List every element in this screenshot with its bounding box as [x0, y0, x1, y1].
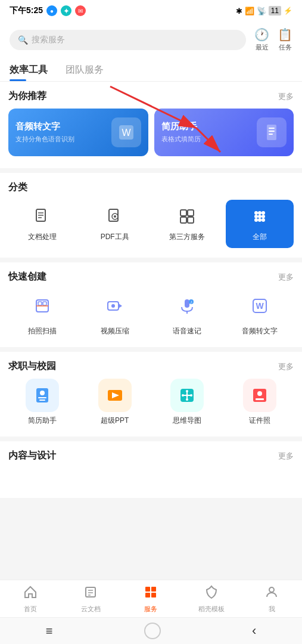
category-third[interactable]: 第三方服务: [154, 200, 222, 248]
rec-card-audio[interactable]: 音频转文字 支持分角色语音识别 W: [8, 109, 148, 156]
search-right-icons: 🕐 最近 📋 任务: [254, 27, 292, 52]
nav-service[interactable]: 服务: [133, 585, 169, 614]
svg-rect-33: [185, 299, 189, 308]
job-ppt[interactable]: 超级PPT: [81, 379, 149, 426]
template-icon: [204, 585, 219, 603]
recommended-more[interactable]: 更多: [278, 91, 294, 102]
svg-text:W: W: [122, 128, 131, 138]
search-input-wrap[interactable]: 🔍 搜索服务: [10, 30, 246, 50]
category-title: 分类: [8, 181, 27, 194]
svg-rect-65: [145, 593, 150, 597]
home-button[interactable]: [144, 623, 161, 639]
svg-rect-15: [180, 217, 186, 223]
svg-point-12: [114, 215, 116, 218]
cat-third-label: 第三方服务: [169, 232, 205, 242]
svg-point-49: [186, 398, 188, 401]
task-button[interactable]: 📋 任务: [278, 27, 292, 52]
svg-point-21: [258, 215, 261, 218]
svg-point-54: [257, 391, 262, 396]
battery-icon: 11: [269, 6, 281, 16]
quick-create-section: 快速创建 更多 拍照扫描: [0, 262, 302, 347]
svg-point-25: [258, 218, 261, 222]
job-photo[interactable]: 证件照: [226, 379, 294, 426]
status-icons: ✱ 📶 📡 11 ⚡: [236, 6, 292, 16]
design-title: 内容与设计: [8, 450, 56, 462]
svg-point-17: [254, 211, 258, 215]
nav-template-label: 稻壳模板: [198, 605, 225, 614]
quick-more[interactable]: 更多: [278, 272, 294, 283]
all-icon: [251, 208, 268, 228]
svg-rect-42: [39, 400, 45, 401]
category-grid: 文档处理 PDF工具: [8, 200, 294, 248]
rec-card-resume-icon: [257, 117, 287, 147]
rec-card-audio-icon: W: [111, 117, 141, 147]
menu-button[interactable]: ≡: [46, 624, 53, 638]
svg-point-24: [261, 215, 265, 218]
tab-efficiency[interactable]: 效率工具: [10, 58, 60, 81]
recent-button[interactable]: 🕐 最近: [254, 27, 269, 52]
resume-label: 简历助手: [28, 416, 57, 426]
nav-cloud[interactable]: 云文档: [73, 585, 108, 614]
search-icon: 🔍: [18, 35, 28, 45]
scan-label: 拍照扫描: [28, 326, 57, 336]
nav-cloud-label: 云文档: [81, 605, 101, 614]
svg-point-22: [258, 211, 261, 215]
job-resume[interactable]: 简历助手: [8, 379, 76, 426]
photo-label: 证件照: [249, 416, 270, 426]
ppt-label: 超级PPT: [101, 416, 129, 426]
quick-scan[interactable]: 拍照扫描: [8, 289, 76, 336]
third-icon: [179, 208, 195, 228]
category-doc[interactable]: 文档处理: [8, 200, 76, 248]
nav-home-label: 首页: [24, 605, 37, 614]
svg-rect-66: [151, 593, 156, 597]
wifi-icon: 📡: [257, 7, 266, 16]
scan-icon-wrap: [26, 289, 59, 323]
me-icon: [264, 585, 279, 603]
voice-label: 语音速记: [173, 326, 201, 336]
nav-template[interactable]: 稻壳模板: [194, 585, 229, 614]
video-label: 视频压缩: [101, 326, 129, 336]
category-header: 分类: [8, 173, 294, 200]
notification-icon-1: ●: [46, 5, 57, 16]
job-title: 求职与校园: [8, 360, 56, 373]
svg-rect-3: [269, 128, 275, 129]
svg-point-19: [254, 218, 258, 222]
svg-point-52: [186, 394, 188, 397]
svg-rect-16: [188, 217, 194, 223]
bottom-nav: 首页 云文档 服务: [0, 580, 302, 644]
rec-card-resume[interactable]: 简历助手 表格式填简历: [154, 109, 294, 156]
quick-voice[interactable]: ♪ 语音速记: [154, 289, 222, 336]
search-area: 🔍 搜索服务 🕐 最近 📋 任务: [0, 21, 302, 58]
back-button[interactable]: ‹: [252, 623, 256, 639]
svg-rect-13: [180, 210, 186, 216]
audio-label: 音频转文字: [242, 326, 278, 336]
search-placeholder: 搜索服务: [32, 35, 65, 45]
bluetooth-icon: ✱: [236, 7, 242, 16]
quick-video[interactable]: 视频压缩: [81, 289, 149, 336]
svg-rect-28: [43, 302, 46, 305]
design-more[interactable]: 更多: [278, 451, 294, 462]
category-all[interactable]: 全部: [226, 200, 294, 248]
job-mindmap[interactable]: 思维导图: [154, 379, 222, 426]
svg-point-67: [269, 587, 274, 592]
svg-point-48: [186, 390, 188, 392]
job-more[interactable]: 更多: [278, 361, 294, 372]
category-pdf[interactable]: PDF工具: [81, 200, 149, 248]
rec-card-audio-subtitle: 支持分角色语音识别: [15, 135, 74, 144]
voice-icon-wrap: ♪: [170, 289, 204, 323]
tabs: 效率工具 团队服务: [0, 58, 302, 82]
cloud-icon: [83, 585, 98, 603]
doc-icon: [34, 208, 51, 228]
status-bar: 下午5:25 ● ✦ ✉ ✱ 📶 📡 11 ⚡: [0, 0, 302, 21]
svg-point-50: [182, 394, 184, 397]
quick-header: 快速创建 更多: [8, 262, 294, 289]
tab-team[interactable]: 团队服务: [66, 58, 116, 81]
recommend-row: 音频转文字 支持分角色语音识别 W 简历助手 表格式填简历: [8, 109, 294, 156]
design-header: 内容与设计 更多: [8, 441, 294, 468]
quick-audio[interactable]: W 音频转文字: [226, 289, 294, 336]
nav-home[interactable]: 首页: [13, 585, 48, 614]
nav-me[interactable]: 我: [254, 585, 289, 614]
mindmap-label: 思维导图: [173, 416, 201, 426]
svg-point-32: [111, 304, 115, 308]
task-icon: 📋: [278, 27, 292, 42]
